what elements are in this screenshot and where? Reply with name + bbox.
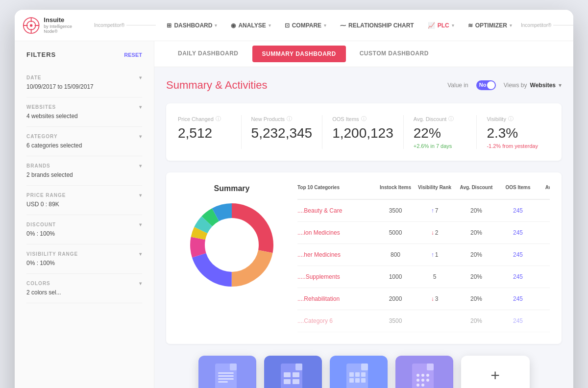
nav-analyse[interactable]: ◉ ANALYSE ▾ xyxy=(224,19,277,32)
metric-avg-discount-change: +2.6% in 7 days xyxy=(414,143,467,149)
td-visibility-5: ↓ 3 xyxy=(415,295,454,302)
nav-plc[interactable]: 📈 PLC ▾ xyxy=(421,19,461,32)
svg-rect-25 xyxy=(293,372,299,377)
table-row: .....Supplements 1000 5 20% 245 1000 999… xyxy=(297,266,550,288)
filter-discount-label[interactable]: DISCOUNT ▾ xyxy=(26,222,142,227)
competitor2-label-area: Incompetitor® xyxy=(521,23,573,28)
td-discount-1: 20% xyxy=(454,207,498,214)
competitor1-label-area: Incompetitor® xyxy=(94,23,156,28)
filter-brands-label[interactable]: BRANDS ▾ xyxy=(26,163,142,169)
td-category-6[interactable]: ....Category 6 xyxy=(297,317,376,324)
metric-visibility-change: -1.2% from yesterday xyxy=(487,143,540,149)
td-category-2[interactable]: ....ion Medicines xyxy=(297,229,376,236)
summary-section: Summary xyxy=(166,172,562,344)
xls-icon-area xyxy=(264,356,322,388)
table-row: ....Beauty & Care 3500 ↑ 7 20% 245 3500 … xyxy=(297,200,550,222)
toggle-label: No xyxy=(479,82,487,88)
export-csv-card[interactable]: CSV xyxy=(198,356,256,388)
info-icon: ⓘ xyxy=(448,115,454,122)
filter-price-label[interactable]: PRICE RANGE ▾ xyxy=(26,193,142,198)
filter-colors-label[interactable]: COLORS ▾ xyxy=(26,281,142,286)
nav-optimizer[interactable]: ≋ OPTIMIZER ▾ xyxy=(461,19,519,32)
toggle-switch[interactable]: No xyxy=(476,80,496,90)
table-row: ....Category 6 3500 20% 245 3500 999 ⊙ xyxy=(297,310,550,332)
nav-compare[interactable]: ⊡ COMPARE ▾ xyxy=(278,19,333,32)
td-discount-6: 20% xyxy=(454,317,498,324)
td-price-4: 1000 xyxy=(538,273,550,280)
td-oos-3[interactable]: 245 xyxy=(498,251,538,258)
filter-date-label[interactable]: DATE ▾ xyxy=(26,75,142,80)
chevron-icon: ▾ xyxy=(215,23,217,28)
td-oos-4[interactable]: 245 xyxy=(498,273,538,280)
td-oos-5[interactable]: 245 xyxy=(498,295,538,302)
export-dat-card[interactable]: DAT xyxy=(395,356,453,388)
td-category-5[interactable]: ....Rehabilitation xyxy=(297,295,376,302)
chevron-down-icon: ▾ xyxy=(139,281,142,286)
metric-oos-label: OOS Items ⓘ xyxy=(332,115,393,122)
td-discount-3: 20% xyxy=(454,251,498,258)
reset-button[interactable]: RESET xyxy=(124,52,142,58)
toggle-track[interactable]: No xyxy=(476,80,496,90)
metric-avg-discount: Avg. Discount ⓘ 22% +2.6% in 7 days xyxy=(404,115,477,149)
chevron-icon: ▾ xyxy=(324,23,326,28)
export-xls-card[interactable]: XLS xyxy=(264,356,322,388)
svg-point-40 xyxy=(426,374,429,377)
td-oos-1[interactable]: 245 xyxy=(498,207,538,214)
export-custom-card[interactable]: + Custom Export xyxy=(461,356,530,388)
td-oos-6[interactable]: 245 xyxy=(498,317,538,324)
th-instock: Instock Items xyxy=(376,184,415,193)
logo-text-area: Insuite by Intelligence Node® xyxy=(44,17,86,33)
value-in-label: Value in xyxy=(447,82,468,89)
metric-price-changed: Price Changed ⓘ 2,512 xyxy=(178,115,242,149)
svg-rect-30 xyxy=(349,372,354,377)
views-by-value[interactable]: Websites xyxy=(530,82,556,89)
td-price-2: 5000 xyxy=(538,229,550,236)
filter-category-label[interactable]: CATEGORY ▾ xyxy=(26,134,142,139)
svg-point-43 xyxy=(426,379,429,382)
filter-category-value: 6 categories selected xyxy=(26,142,142,149)
chevron-down-icon: ▾ xyxy=(139,75,142,80)
td-category-4[interactable]: .....Supplements xyxy=(297,273,376,280)
plc-icon: 📈 xyxy=(428,22,435,29)
png-file-icon xyxy=(346,364,371,388)
donut-chart xyxy=(188,201,276,289)
filter-websites: WEBSITES ▾ 4 websites selected xyxy=(26,97,142,127)
tab-custom[interactable]: CUSTOM DASHBOARD xyxy=(348,41,441,67)
metric-new-products: New Products ⓘ 5,232,345 xyxy=(242,115,323,149)
dashboard-icon: ⊞ xyxy=(167,22,172,29)
td-visibility-3: ↑ 1 xyxy=(415,251,454,258)
svg-rect-33 xyxy=(349,378,354,383)
svg-rect-29 xyxy=(361,364,368,370)
metric-new-products-value: 5,232,345 xyxy=(251,126,313,140)
filter-visibility-label[interactable]: VISIBILITY RANGE ▾ xyxy=(26,251,142,257)
td-discount-2: 20% xyxy=(454,229,498,236)
td-visibility-1: ↑ 7 xyxy=(415,207,454,214)
table-row: ....ion Medicines 5000 ↓ 2 20% 245 5000 … xyxy=(297,222,550,244)
chevron-down-icon: ▾ xyxy=(139,193,142,198)
metric-oos-items: OOS Items ⓘ 1,200,123 xyxy=(322,115,404,149)
metric-visibility: Visibility ⓘ 2.3% -1.2% from yesterday xyxy=(477,115,550,149)
svg-point-42 xyxy=(421,379,424,382)
nav-dashboard[interactable]: ⊞ DASHBOARD ▾ xyxy=(160,19,224,32)
td-instock-3: 800 xyxy=(376,251,415,258)
td-category-3[interactable]: ....her Medicines xyxy=(297,251,376,258)
chevron-down-icon: ▾ xyxy=(139,222,142,227)
nav-items: ⊞ DASHBOARD ▾ ◉ ANALYSE ▾ ⊡ COMPARE ▾ ⁓ … xyxy=(160,19,519,32)
td-discount-5: 20% xyxy=(454,295,498,302)
tab-daily[interactable]: DAILY DASHBOARD xyxy=(166,41,250,67)
td-category-1[interactable]: ....Beauty & Care xyxy=(297,207,376,214)
csv-file-icon xyxy=(215,364,240,388)
tab-summary[interactable]: SUMMARY DASHBOARD xyxy=(252,46,346,62)
filter-price-range: PRICE RANGE ▾ USD 0 : 89K xyxy=(26,186,142,215)
filter-brands: BRANDS ▾ 2 brands selected xyxy=(26,156,142,186)
table-row: ....her Medicines 800 ↑ 1 20% 245 800 99… xyxy=(297,244,550,266)
info-icon: ⓘ xyxy=(508,115,514,122)
logo-icon xyxy=(23,17,40,34)
filter-websites-label[interactable]: WEBSITES ▾ xyxy=(26,104,142,110)
nav-relationship[interactable]: ⁓ RELATIONSHIP CHART xyxy=(333,19,421,32)
td-oos-2[interactable]: 245 xyxy=(498,229,538,236)
dat-file-icon xyxy=(412,364,437,388)
td-price-3: 800 xyxy=(538,251,550,258)
export-png-card[interactable]: PNG xyxy=(330,356,388,388)
td-discount-4: 20% xyxy=(454,273,498,280)
